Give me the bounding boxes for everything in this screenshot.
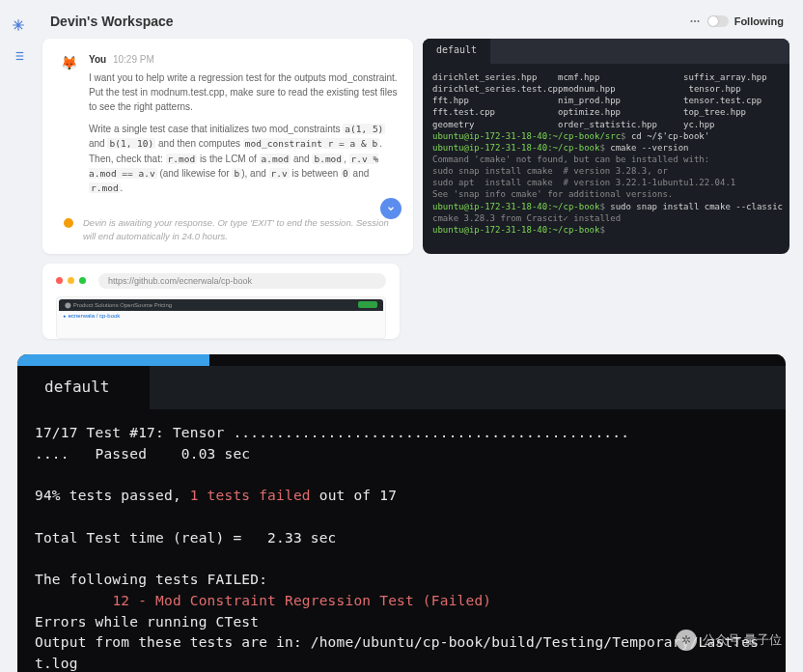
svg-point-6 xyxy=(690,20,692,22)
status-line: Devin is awaiting your response. Or type… xyxy=(58,210,398,242)
scroll-down-button[interactable] xyxy=(380,198,402,219)
watermark: ✲ 公众号·量子位 xyxy=(676,630,782,651)
status-text: Devin is awaiting your response. Or type… xyxy=(83,216,398,242)
message-paragraph: I want you to help write a regression te… xyxy=(89,70,398,114)
more-menu-icon[interactable] xyxy=(688,14,702,28)
traffic-light-close-icon[interactable] xyxy=(56,277,63,284)
terminal-progress-bar xyxy=(17,354,786,366)
traffic-light-minimize-icon[interactable] xyxy=(68,277,74,284)
workspace-header: Devin's Workspace Following xyxy=(37,8,795,39)
terminal-tab[interactable]: default xyxy=(17,366,150,409)
app-logo-icon[interactable] xyxy=(11,17,26,33)
browser-panel: https://github.com/ecnerwala/cp-book ⬤ P… xyxy=(42,264,400,339)
left-rail xyxy=(0,0,37,339)
traffic-light-zoom-icon[interactable] xyxy=(79,277,86,284)
browser-url-bar[interactable]: https://github.com/ecnerwala/cp-book xyxy=(98,273,386,289)
status-dot-icon xyxy=(64,218,73,228)
workspace-title: Devin's Workspace xyxy=(50,14,174,29)
terminal-output[interactable]: 17/17 Test #17: Tensor .................… xyxy=(17,409,786,672)
follow-toggle[interactable] xyxy=(707,15,729,27)
svg-point-8 xyxy=(697,20,699,22)
svg-point-7 xyxy=(694,20,696,22)
chat-message: 🦊 You 10:29 PM I want you to help write … xyxy=(58,52,398,203)
follow-label: Following xyxy=(734,15,784,27)
message-paragraph: Write a single test case that initialize… xyxy=(89,122,398,195)
terminal-tabs: default xyxy=(423,39,789,64)
user-avatar-icon: 🦊 xyxy=(58,52,79,73)
terminal-output[interactable]: dirichlet_series.hppmcmf.hppsuffix_array… xyxy=(423,64,789,243)
terminal-tab[interactable]: default xyxy=(423,39,490,64)
message-author: You xyxy=(89,54,106,65)
terminal-panel-small[interactable]: default dirichlet_series.hppmcmf.hppsuff… xyxy=(423,39,789,254)
message-time: 10:29 PM xyxy=(113,54,154,65)
browser-viewport[interactable]: ⬤ Product Solutions OpenSource Pricing ⬥… xyxy=(56,296,386,339)
chat-panel: 🦊 You 10:29 PM I want you to help write … xyxy=(42,39,413,254)
list-icon[interactable] xyxy=(11,48,26,64)
terminal-tabs: default xyxy=(17,366,786,409)
terminal-panel-large[interactable]: default 17/17 Test #17: Tensor .........… xyxy=(17,354,786,672)
wechat-icon: ✲ xyxy=(676,630,697,651)
